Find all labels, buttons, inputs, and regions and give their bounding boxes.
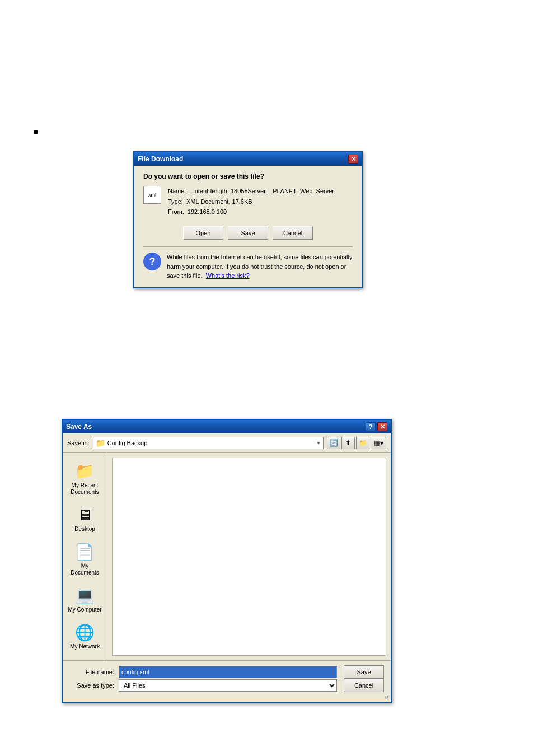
up-nav-button[interactable]: ⬆ [341,437,355,449]
filename-label: File name: [69,669,114,675]
file-download-body: Do you want to open or save this file? x… [134,166,362,287]
save-as-title: Save As [66,423,92,431]
type-label: Type: [168,198,183,205]
mydocs-label: My Documents [68,563,102,576]
file-icon-text: xml [148,192,156,198]
file-info-section: xml Name: ...ntent-length_18058Server__P… [143,186,353,217]
cancel-file-button[interactable]: Cancel [344,679,384,692]
sidebar-item-mycomputer[interactable]: 💻 My Computer [65,583,105,615]
warning-message: While files from the Internet can be use… [167,254,352,279]
footer-cancel-button-area: Cancel [344,679,384,692]
file-download-titlebar: File Download ✕ [134,152,362,166]
create-folder-button[interactable]: 📁 [356,437,369,449]
filename-row: File name: Save [69,665,384,679]
file-download-dialog: File Download ✕ Do you want to open or s… [133,151,363,288]
filename-input-container [119,666,337,678]
save-as-titlebar: Save As ? ✕ [63,420,391,433]
cancel-button[interactable]: Cancel [273,226,313,240]
footer-save-button-area: Save [344,665,384,679]
warning-text: While files from the Internet can be use… [167,253,353,281]
file-download-question: Do you want to open or save this file? [143,172,353,180]
file-details-text: Name: ...ntent-length_18058Server__PLANE… [168,186,334,217]
mynetwork-icon: 🌐 [75,622,95,642]
nav-buttons: 🔄 ⬆ 📁 ▦▾ [327,437,386,449]
file-type-icon: xml [143,186,161,204]
savetype-select[interactable]: All Files [119,679,337,692]
folder-icon: 📁 [96,438,105,447]
titlebar-buttons: ? ✕ [366,422,387,431]
whats-the-risk-link[interactable]: What's the risk? [206,272,250,279]
save-button[interactable]: Save [228,226,268,240]
mynetwork-label: My Network [70,643,100,650]
savetype-select-container: All Files [119,679,337,692]
file-download-buttons: Open Save Cancel [143,226,353,240]
save-in-dropdown[interactable]: 📁 Config Backup ▼ [93,437,324,449]
help-button[interactable]: ? [366,422,376,431]
savetype-label: Save as type: [69,682,114,689]
file-name-row: Name: ...ntent-length_18058Server__PLANE… [168,186,334,197]
file-list-area [112,458,386,656]
file-download-title-area: File Download [138,155,183,163]
close-button[interactable]: ✕ [377,422,387,431]
save-as-dialog: Save As ? ✕ Save in: 📁 Config Backup ▼ 🔄… [62,419,392,703]
recent-icon: 📁 [75,461,95,481]
recent-label: My RecentDocuments [71,482,99,496]
save-as-content: 📁 My RecentDocuments 🖥 Desktop 📄 My Docu… [63,453,391,660]
file-download-close-button[interactable]: ✕ [348,155,358,164]
from-value: 192.168.0.100 [188,208,227,215]
name-label: Name: [168,188,186,194]
filename-input[interactable] [119,666,337,678]
sidebar-item-mynetwork[interactable]: 🌐 My Network [65,620,105,652]
save-as-footer: File name: Save Save as type: All Files … [63,660,391,694]
sidebar-item-recent[interactable]: 📁 My RecentDocuments [65,459,105,498]
from-label: From: [168,208,184,215]
savetype-row: Save as type: All Files Cancel [69,679,384,692]
bullet-point: ■ [34,128,38,136]
sidebar-item-mydocs[interactable]: 📄 My Documents [65,539,105,578]
warning-icon: ? [143,253,161,270]
warning-section: ? While files from the Internet can be u… [143,253,353,281]
sidebar-item-desktop[interactable]: 🖥 Desktop [65,502,105,535]
file-type-row: Type: XML Document, 17.6KB [168,197,334,207]
type-value: XML Document, 17.6KB [186,198,252,205]
open-button[interactable]: Open [183,226,223,240]
save-in-label: Save in: [67,440,90,446]
dropdown-arrow-icon: ▼ [316,441,321,446]
desktop-label: Desktop [74,526,95,533]
mycomputer-label: My Computer [68,606,101,613]
resize-grip-area: ⠿ [63,694,391,702]
resize-grip: ⠿ [385,695,388,701]
save-as-toolbar: Save in: 📁 Config Backup ▼ 🔄 ⬆ 📁 ▦▾ [63,433,391,453]
file-from-row: From: 192.168.0.100 [168,207,334,217]
desktop-icon: 🖥 [75,505,95,525]
back-nav-button[interactable]: 🔄 [327,437,340,449]
views-button[interactable]: ▦▾ [371,437,386,449]
mycomputer-icon: 💻 [75,585,95,605]
file-download-title: File Download [138,155,183,163]
save-file-button[interactable]: Save [344,665,384,679]
save-as-sidebar: 📁 My RecentDocuments 🖥 Desktop 📄 My Docu… [63,453,107,660]
dialog-separator [143,246,353,247]
save-in-value: Config Backup [107,440,148,446]
mydocs-icon: 📄 [75,542,95,562]
name-value: ...ntent-length_18058Server__PLANET_Web_… [190,188,334,194]
